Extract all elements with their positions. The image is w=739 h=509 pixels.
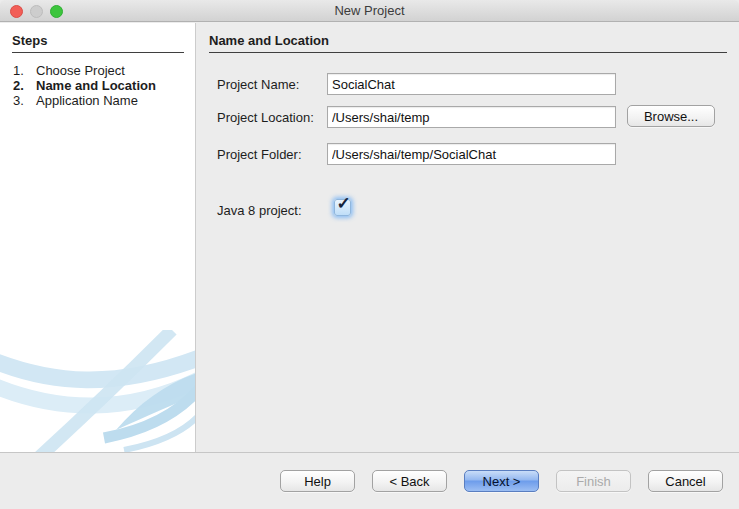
step-number: 3. [13, 93, 36, 108]
traffic-lights [10, 5, 63, 18]
java8-project-checkbox[interactable]: ✓ [334, 199, 351, 216]
step-item-name-and-location: 2. Name and Location [13, 78, 187, 93]
step-item-choose-project: 1. Choose Project [13, 63, 187, 78]
zoom-window-icon[interactable] [50, 5, 63, 18]
page-title: Name and Location [209, 33, 727, 53]
step-item-application-name: 3. Application Name [13, 93, 187, 108]
minimize-window-icon[interactable] [30, 5, 43, 18]
step-label: Name and Location [36, 78, 187, 93]
project-name-label: Project Name: [217, 77, 299, 92]
checkmark-icon: ✓ [336, 197, 350, 211]
titlebar: New Project [0, 0, 739, 22]
project-location-label: Project Location: [217, 110, 314, 125]
help-button[interactable]: Help [280, 470, 355, 492]
new-project-dialog: New Project Steps 1. Choose Project 2. N… [0, 0, 739, 509]
project-name-input[interactable] [327, 73, 616, 95]
project-location-input[interactable] [327, 106, 616, 128]
cancel-button[interactable]: Cancel [648, 470, 723, 492]
window-title: New Project [334, 3, 404, 18]
project-folder-input[interactable] [327, 143, 616, 165]
steps-panel: Steps 1. Choose Project 2. Name and Loca… [0, 23, 196, 452]
dialog-body: Steps 1. Choose Project 2. Name and Loca… [0, 23, 739, 452]
wizard-button-bar: Help < Back Next > Finish Cancel [0, 452, 739, 509]
steps-header: Steps [12, 33, 184, 53]
step-number: 2. [13, 78, 36, 93]
name-and-location-panel: Name and Location Project Name: Project … [196, 23, 739, 452]
steps-list: 1. Choose Project 2. Name and Location 3… [13, 63, 187, 108]
next-button[interactable]: Next > [464, 470, 539, 492]
step-number: 1. [13, 63, 36, 78]
back-button[interactable]: < Back [372, 470, 447, 492]
java8-project-label: Java 8 project: [217, 203, 302, 218]
step-label: Choose Project [36, 63, 187, 78]
project-folder-label: Project Folder: [217, 147, 302, 162]
finish-button[interactable]: Finish [556, 470, 631, 492]
browse-button[interactable]: Browse... [627, 105, 715, 127]
close-window-icon[interactable] [10, 5, 23, 18]
step-label: Application Name [36, 93, 187, 108]
netbeans-swoosh-graphic [0, 330, 196, 452]
